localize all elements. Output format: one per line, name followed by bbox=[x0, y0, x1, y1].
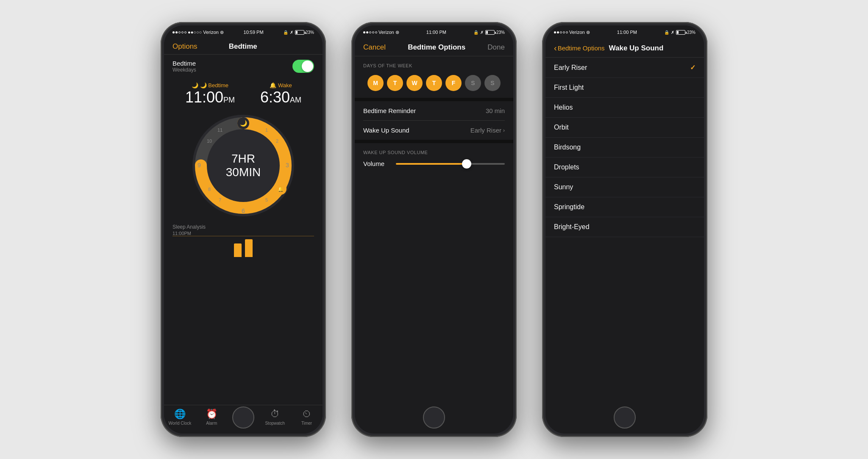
battery-1: 23% bbox=[295, 30, 314, 35]
home-button-1[interactable] bbox=[232, 406, 254, 429]
svg-text:7: 7 bbox=[219, 197, 221, 202]
sound-label-3: Orbit bbox=[554, 124, 569, 131]
bedtime-block: 🌙 🌙 Bedtime 11:00PM bbox=[185, 82, 235, 106]
reminder-row[interactable]: Bedtime Reminder 30 min bbox=[355, 101, 513, 120]
svg-text:2: 2 bbox=[276, 138, 278, 144]
bedtime-label: 🌙 Bedtime bbox=[200, 82, 228, 88]
toggle-label: Bedtime bbox=[172, 60, 196, 67]
back-chevron-icon: ‹ bbox=[554, 43, 557, 53]
bt-icon-1: ✗ bbox=[290, 30, 293, 35]
sound-label-0: Early Riser bbox=[554, 64, 587, 72]
day-S2[interactable]: S bbox=[484, 75, 501, 91]
carrier-1: ●●○○○ Verizon bbox=[188, 30, 219, 35]
stopwatch-icon: ⏱ bbox=[270, 409, 280, 420]
sleep-bars bbox=[172, 238, 314, 259]
day-M[interactable]: M bbox=[367, 75, 384, 91]
cancel-button[interactable]: Cancel bbox=[363, 43, 386, 52]
sound-label-6: Sunny bbox=[554, 183, 573, 191]
wake-time: 6:30AM bbox=[260, 88, 301, 106]
day-W[interactable]: W bbox=[406, 75, 423, 91]
volume-slider[interactable] bbox=[396, 163, 505, 165]
time-3: 11:00 PM bbox=[617, 30, 637, 35]
duration-display: 7HR 30MIN bbox=[216, 152, 271, 179]
back-label: Bedtime Options bbox=[558, 44, 605, 52]
sound-label-2: Helios bbox=[554, 104, 573, 111]
lock-icon-1: 🔒 bbox=[283, 30, 288, 35]
sound-label-1: First Light bbox=[554, 84, 584, 91]
wifi-icon-2: ⊛ bbox=[395, 30, 399, 35]
done-button[interactable]: Done bbox=[487, 43, 505, 52]
svg-text:11: 11 bbox=[217, 127, 223, 133]
status-bar-2: Verizon ⊛ 11:00 PM 🔒 ✗ 23% bbox=[355, 25, 513, 39]
sound-birdsong[interactable]: Birdsong bbox=[545, 138, 704, 158]
bt-icon-3: ✗ bbox=[671, 30, 674, 35]
sound-early-riser[interactable]: Early Riser ✓ bbox=[545, 58, 704, 78]
p1-nav: Options Bedtime bbox=[164, 39, 323, 55]
sound-label-7: Springtide bbox=[554, 203, 584, 211]
world-clock-icon: 🌐 bbox=[174, 409, 186, 420]
home-button-3[interactable] bbox=[614, 406, 636, 429]
sound-first-light[interactable]: First Light bbox=[545, 78, 704, 98]
sound-helios[interactable]: Helios bbox=[545, 98, 704, 118]
sound-label-8: Bright-Eyed bbox=[554, 223, 590, 231]
svg-text:10: 10 bbox=[207, 138, 212, 144]
sound-sunny[interactable]: Sunny bbox=[545, 177, 704, 197]
status-bar-3: Verizon ⊛ 11:00 PM 🔒 ✗ 23% bbox=[545, 25, 704, 39]
bell-icon: 🔔 bbox=[270, 82, 276, 88]
tab-world-clock[interactable]: 🌐 World Clock bbox=[164, 409, 196, 426]
stopwatch-label: Stopwatch bbox=[265, 421, 285, 426]
bt-icon-2: ✗ bbox=[480, 30, 484, 35]
options-button[interactable]: Options bbox=[172, 42, 198, 51]
wake-sound-value: Early Riser › bbox=[470, 127, 505, 134]
world-clock-label: World Clock bbox=[169, 421, 192, 426]
bedtime-toggle-row: Bedtime Weekdays bbox=[164, 55, 323, 78]
wake-sound-row[interactable]: Wake Up Sound Early Riser › bbox=[355, 121, 513, 140]
volume-section-label: WAKE UP SOUND VOLUME bbox=[363, 150, 505, 155]
back-button[interactable]: ‹ Bedtime Options bbox=[554, 43, 605, 53]
svg-text:9: 9 bbox=[198, 162, 201, 169]
slider-thumb[interactable] bbox=[462, 159, 471, 169]
days-of-week: M T W T F S S bbox=[355, 72, 513, 98]
sound-orbit[interactable]: Orbit bbox=[545, 118, 704, 138]
p3-title: Wake Up Sound bbox=[609, 44, 664, 53]
sound-bright-eyed[interactable]: Bright-Eyed bbox=[545, 217, 704, 237]
tab-alarm[interactable]: ⏰ Alarm bbox=[196, 409, 228, 426]
sound-springtide[interactable]: Springtide bbox=[545, 197, 704, 217]
sleep-analysis: Sleep Analysis 11:00PM bbox=[164, 221, 323, 259]
wake-sound-label: Wake Up Sound bbox=[363, 127, 409, 134]
days-section-label: DAYS OF THE WEEK bbox=[355, 56, 513, 72]
wake-block: 🔔 Wake 6:30AM bbox=[260, 82, 301, 106]
tab-timer[interactable]: ⏲ Timer bbox=[291, 409, 323, 426]
duration-mins: 30MIN bbox=[226, 166, 261, 179]
day-T1[interactable]: T bbox=[387, 75, 403, 91]
sound-label-4: Birdsong bbox=[554, 144, 581, 151]
day-T2[interactable]: T bbox=[426, 75, 442, 91]
day-F[interactable]: F bbox=[445, 75, 462, 91]
alarm-label: Alarm bbox=[206, 421, 217, 426]
reminder-value: 30 min bbox=[486, 107, 505, 114]
sound-label-5: Droplets bbox=[554, 163, 579, 171]
phone-1: ●●○○○ Verizon ⊛ 10:59 PM 🔒 ✗ 23% Options… bbox=[161, 22, 326, 437]
reminder-label: Bedtime Reminder bbox=[363, 107, 416, 114]
wake-label: Wake bbox=[278, 82, 292, 88]
tab-stopwatch[interactable]: ⏱ Stopwatch bbox=[259, 409, 291, 426]
svg-text:3: 3 bbox=[286, 162, 289, 169]
wifi-icon-3: ⊛ bbox=[586, 30, 590, 35]
timer-icon: ⏲ bbox=[302, 409, 312, 420]
bedtime-toggle[interactable] bbox=[292, 60, 314, 73]
p2-header: Cancel Bedtime Options Done bbox=[355, 39, 513, 56]
circle-clock: 12 3 6 9 1 2 4 5 7 8 10 11 🌙 bbox=[164, 106, 323, 221]
svg-text:6: 6 bbox=[242, 207, 245, 214]
phones-container: ●●○○○ Verizon ⊛ 10:59 PM 🔒 ✗ 23% Options… bbox=[161, 22, 707, 437]
svg-text:5: 5 bbox=[265, 197, 268, 202]
clock-section: 🌙 🌙 Bedtime 11:00PM 🔔 Wake 6:30AM bbox=[164, 78, 323, 106]
battery-3: 23% bbox=[687, 30, 696, 35]
sound-droplets[interactable]: Droplets bbox=[545, 158, 704, 177]
battery-2: 23% bbox=[496, 30, 505, 35]
carrier-2: Verizon bbox=[378, 30, 394, 35]
lock-icon-3: 🔒 bbox=[664, 30, 669, 35]
p2-title: Bedtime Options bbox=[408, 43, 465, 52]
home-button-2[interactable] bbox=[423, 406, 445, 429]
lock-icon-2: 🔒 bbox=[473, 30, 479, 35]
day-S1[interactable]: S bbox=[465, 75, 481, 91]
